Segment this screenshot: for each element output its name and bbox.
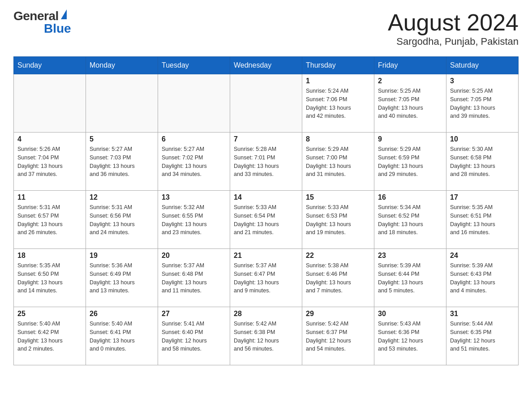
- calendar-header-thursday: Thursday: [302, 57, 374, 74]
- day-number: 5: [90, 135, 154, 143]
- calendar-cell: 18Sunrise: 5:35 AMSunset: 6:50 PMDayligh…: [14, 249, 86, 307]
- page-header: General Blue August 2024 Sargodha, Punja…: [13, 9, 519, 47]
- day-number: 29: [306, 310, 370, 318]
- calendar-cell: 9Sunrise: 5:29 AMSunset: 6:59 PMDaylight…: [374, 133, 446, 191]
- day-number: 9: [378, 135, 442, 143]
- day-number: 16: [378, 193, 442, 201]
- calendar-week-row: 1Sunrise: 5:24 AMSunset: 7:06 PMDaylight…: [14, 74, 519, 133]
- calendar-cell: [230, 74, 302, 133]
- day-number: 21: [234, 252, 298, 260]
- calendar-cell: 25Sunrise: 5:40 AMSunset: 6:42 PMDayligh…: [14, 307, 86, 365]
- day-number: 8: [306, 135, 370, 143]
- day-number: 24: [450, 252, 515, 260]
- calendar-cell: [14, 74, 86, 133]
- day-info: Sunrise: 5:43 AMSunset: 6:36 PMDaylight:…: [378, 320, 442, 353]
- logo-blue-text: Blue: [44, 21, 71, 35]
- day-number: 26: [90, 310, 154, 318]
- day-info: Sunrise: 5:35 AMSunset: 6:50 PMDaylight:…: [17, 261, 82, 295]
- day-number: 3: [450, 77, 515, 85]
- day-info: Sunrise: 5:25 AMSunset: 7:05 PMDaylight:…: [378, 87, 442, 120]
- day-number: 13: [162, 193, 226, 201]
- calendar-cell: 7Sunrise: 5:28 AMSunset: 7:01 PMDaylight…: [230, 133, 302, 191]
- day-number: 17: [450, 193, 515, 201]
- title-block: August 2024 Sargodha, Punjab, Pakistan: [388, 9, 519, 47]
- calendar-cell: 27Sunrise: 5:41 AMSunset: 6:40 PMDayligh…: [158, 307, 230, 365]
- calendar-cell: 5Sunrise: 5:27 AMSunset: 7:03 PMDaylight…: [86, 133, 158, 191]
- day-info: Sunrise: 5:42 AMSunset: 6:38 PMDaylight:…: [234, 320, 298, 353]
- day-info: Sunrise: 5:37 AMSunset: 6:48 PMDaylight:…: [162, 261, 226, 295]
- day-info: Sunrise: 5:27 AMSunset: 7:03 PMDaylight:…: [90, 145, 154, 179]
- calendar-cell: 21Sunrise: 5:37 AMSunset: 6:47 PMDayligh…: [230, 249, 302, 307]
- day-number: 10: [450, 135, 515, 143]
- day-number: 20: [162, 252, 226, 260]
- day-number: 28: [234, 310, 298, 318]
- day-number: 27: [162, 310, 226, 318]
- day-number: 7: [234, 135, 298, 143]
- calendar-cell: 2Sunrise: 5:25 AMSunset: 7:05 PMDaylight…: [374, 74, 446, 133]
- day-info: Sunrise: 5:40 AMSunset: 6:42 PMDaylight:…: [17, 320, 82, 353]
- day-number: 19: [90, 252, 154, 260]
- day-number: 14: [234, 193, 298, 201]
- day-info: Sunrise: 5:29 AMSunset: 6:59 PMDaylight:…: [378, 145, 442, 179]
- calendar-header-wednesday: Wednesday: [230, 57, 302, 74]
- calendar-cell: 16Sunrise: 5:34 AMSunset: 6:52 PMDayligh…: [374, 191, 446, 249]
- calendar-cell: [158, 74, 230, 133]
- day-info: Sunrise: 5:39 AMSunset: 6:44 PMDaylight:…: [378, 261, 442, 295]
- calendar-header-monday: Monday: [86, 57, 158, 74]
- day-info: Sunrise: 5:44 AMSunset: 6:35 PMDaylight:…: [450, 320, 515, 353]
- calendar-week-row: 18Sunrise: 5:35 AMSunset: 6:50 PMDayligh…: [14, 249, 519, 307]
- day-number: 18: [17, 252, 82, 260]
- calendar-header-saturday: Saturday: [446, 57, 519, 74]
- calendar-cell: 19Sunrise: 5:36 AMSunset: 6:49 PMDayligh…: [86, 249, 158, 307]
- day-number: 12: [90, 193, 154, 201]
- calendar-cell: 22Sunrise: 5:38 AMSunset: 6:46 PMDayligh…: [302, 249, 374, 307]
- day-info: Sunrise: 5:29 AMSunset: 7:00 PMDaylight:…: [306, 145, 370, 179]
- day-info: Sunrise: 5:37 AMSunset: 6:47 PMDaylight:…: [234, 261, 298, 295]
- day-info: Sunrise: 5:40 AMSunset: 6:41 PMDaylight:…: [90, 320, 154, 353]
- day-info: Sunrise: 5:32 AMSunset: 6:55 PMDaylight:…: [162, 203, 226, 237]
- day-info: Sunrise: 5:34 AMSunset: 6:52 PMDaylight:…: [378, 203, 442, 237]
- day-info: Sunrise: 5:24 AMSunset: 7:06 PMDaylight:…: [306, 87, 370, 120]
- calendar-cell: 28Sunrise: 5:42 AMSunset: 6:38 PMDayligh…: [230, 307, 302, 365]
- month-year-title: August 2024: [388, 9, 519, 36]
- day-info: Sunrise: 5:33 AMSunset: 6:54 PMDaylight:…: [234, 203, 298, 237]
- calendar-cell: 20Sunrise: 5:37 AMSunset: 6:48 PMDayligh…: [158, 249, 230, 307]
- calendar-cell: 14Sunrise: 5:33 AMSunset: 6:54 PMDayligh…: [230, 191, 302, 249]
- day-number: 30: [378, 310, 442, 318]
- day-info: Sunrise: 5:30 AMSunset: 6:58 PMDaylight:…: [450, 145, 515, 179]
- day-info: Sunrise: 5:26 AMSunset: 7:04 PMDaylight:…: [17, 145, 82, 179]
- calendar-cell: 23Sunrise: 5:39 AMSunset: 6:44 PMDayligh…: [374, 249, 446, 307]
- day-info: Sunrise: 5:35 AMSunset: 6:51 PMDaylight:…: [450, 203, 515, 237]
- day-info: Sunrise: 5:41 AMSunset: 6:40 PMDaylight:…: [162, 320, 226, 353]
- day-number: 2: [378, 77, 442, 85]
- calendar-cell: 31Sunrise: 5:44 AMSunset: 6:35 PMDayligh…: [446, 307, 519, 365]
- calendar-header-row: SundayMondayTuesdayWednesdayThursdayFrid…: [14, 57, 519, 74]
- day-info: Sunrise: 5:36 AMSunset: 6:49 PMDaylight:…: [90, 261, 154, 295]
- calendar-cell: [86, 74, 158, 133]
- calendar-cell: 30Sunrise: 5:43 AMSunset: 6:36 PMDayligh…: [374, 307, 446, 365]
- calendar-cell: 3Sunrise: 5:25 AMSunset: 7:05 PMDaylight…: [446, 74, 519, 133]
- calendar-cell: 6Sunrise: 5:27 AMSunset: 7:02 PMDaylight…: [158, 133, 230, 191]
- calendar-header-friday: Friday: [374, 57, 446, 74]
- logo: General Blue: [13, 9, 71, 36]
- day-info: Sunrise: 5:25 AMSunset: 7:05 PMDaylight:…: [450, 87, 515, 120]
- day-info: Sunrise: 5:38 AMSunset: 6:46 PMDaylight:…: [306, 261, 370, 295]
- day-info: Sunrise: 5:42 AMSunset: 6:37 PMDaylight:…: [306, 320, 370, 353]
- calendar-table: SundayMondayTuesdayWednesdayThursdayFrid…: [13, 56, 519, 365]
- calendar-week-row: 4Sunrise: 5:26 AMSunset: 7:04 PMDaylight…: [14, 133, 519, 191]
- day-info: Sunrise: 5:27 AMSunset: 7:02 PMDaylight:…: [162, 145, 226, 179]
- calendar-cell: 4Sunrise: 5:26 AMSunset: 7:04 PMDaylight…: [14, 133, 86, 191]
- day-info: Sunrise: 5:39 AMSunset: 6:43 PMDaylight:…: [450, 261, 515, 295]
- day-number: 6: [162, 135, 226, 143]
- calendar-week-row: 11Sunrise: 5:31 AMSunset: 6:57 PMDayligh…: [14, 191, 519, 249]
- calendar-header-sunday: Sunday: [14, 57, 86, 74]
- day-info: Sunrise: 5:31 AMSunset: 6:57 PMDaylight:…: [17, 203, 82, 237]
- calendar-cell: 15Sunrise: 5:33 AMSunset: 6:53 PMDayligh…: [302, 191, 374, 249]
- calendar-header-tuesday: Tuesday: [158, 57, 230, 74]
- day-number: 23: [378, 252, 442, 260]
- day-number: 1: [306, 77, 370, 85]
- calendar-cell: 13Sunrise: 5:32 AMSunset: 6:55 PMDayligh…: [158, 191, 230, 249]
- day-info: Sunrise: 5:31 AMSunset: 6:56 PMDaylight:…: [90, 203, 154, 237]
- day-number: 15: [306, 193, 370, 201]
- day-info: Sunrise: 5:33 AMSunset: 6:53 PMDaylight:…: [306, 203, 370, 237]
